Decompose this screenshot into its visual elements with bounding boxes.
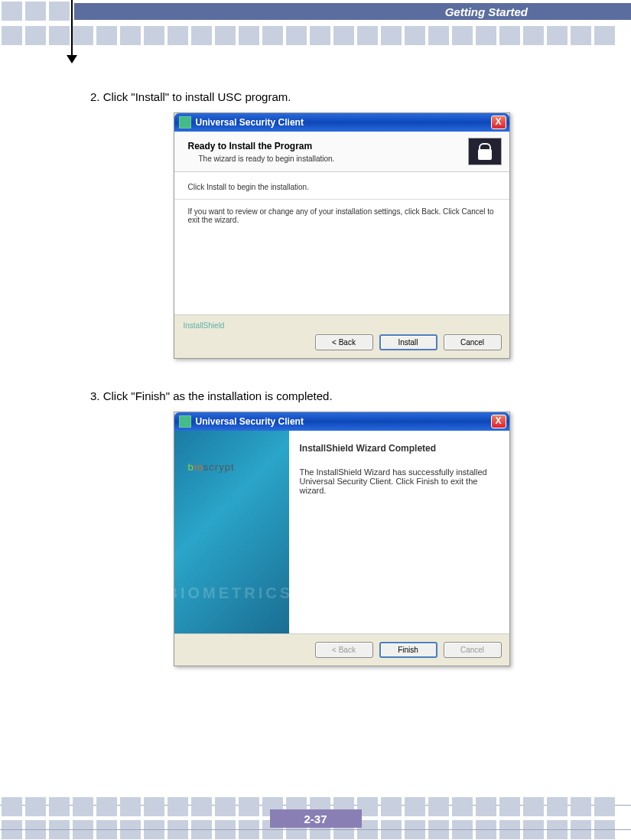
back-button[interactable]: < Back: [315, 334, 373, 350]
step-2-text: 2. Click "Install" to install USC progra…: [90, 90, 593, 103]
install-dialog: Universal Security Client X Ready to Ins…: [174, 112, 510, 359]
close-button[interactable]: X: [491, 415, 506, 428]
dialog-title: Universal Security Client: [196, 117, 491, 128]
dialog-footer: < Back Finish Cancel: [174, 633, 509, 666]
page-header-band: Getting Started: [0, 0, 631, 44]
lock-icon: [468, 138, 502, 165]
dialog-body-text: The InstallShield Wizard has successfull…: [300, 467, 499, 495]
dialog-sidebar-image: bioscrypt BIOMETRICS: [174, 431, 289, 633]
dialog-body: bioscrypt BIOMETRICS InstallShield Wizar…: [174, 431, 509, 633]
close-button[interactable]: X: [491, 116, 506, 129]
dialog-content: InstallShield Wizard Completed The Insta…: [289, 431, 509, 633]
back-button: < Back: [315, 642, 373, 658]
dialog-text-line: Click Install to begin the installation.: [188, 183, 496, 191]
margin-line: [71, 0, 73, 61]
dialog-subheading: The wizard is ready to begin installatio…: [188, 155, 335, 163]
dialog-titlebar: Universal Security Client X: [174, 412, 509, 431]
dialog-header-strip: Ready to Install the Program The wizard …: [174, 132, 509, 172]
step-3-text: 3. Click "Finish" as the installation is…: [90, 389, 593, 402]
cancel-button[interactable]: Cancel: [444, 334, 502, 350]
page-number: 2-37: [270, 809, 362, 828]
arrow-down-icon: [67, 55, 77, 63]
dialog-titlebar: Universal Security Client X: [174, 113, 509, 132]
cancel-button: Cancel: [444, 642, 502, 658]
app-icon: [179, 415, 191, 428]
dialog-title: Universal Security Client: [196, 416, 491, 427]
dialog-heading: Ready to Install the Program: [188, 141, 335, 151]
app-icon: [179, 116, 191, 129]
install-button[interactable]: Install: [379, 334, 437, 350]
dialog-body: Ready to Install the Program The wizard …: [174, 132, 509, 358]
watermark-text: BIOMETRICS: [174, 583, 289, 603]
installshield-brand: InstallShield: [184, 321, 502, 330]
decorative-squares: [0, 26, 631, 47]
bioscrypt-logo: bioscrypt: [188, 461, 235, 473]
page-footer-band: 2-37: [0, 794, 631, 840]
section-title-bar: Getting Started: [74, 3, 631, 20]
finish-button[interactable]: Finish: [379, 642, 437, 658]
dialog-content: Click Install to begin the installation.…: [174, 172, 509, 314]
page-content: 2. Click "Install" to install USC progra…: [0, 44, 631, 666]
finish-dialog: Universal Security Client X bioscrypt BI…: [174, 412, 510, 666]
section-title: Getting Started: [445, 5, 528, 18]
dialog-footer: InstallShield < Back Install Cancel: [174, 314, 509, 358]
dialog-heading: InstallShield Wizard Completed: [300, 443, 499, 454]
dialog-text-line: If you want to review or change any of y…: [188, 207, 496, 224]
